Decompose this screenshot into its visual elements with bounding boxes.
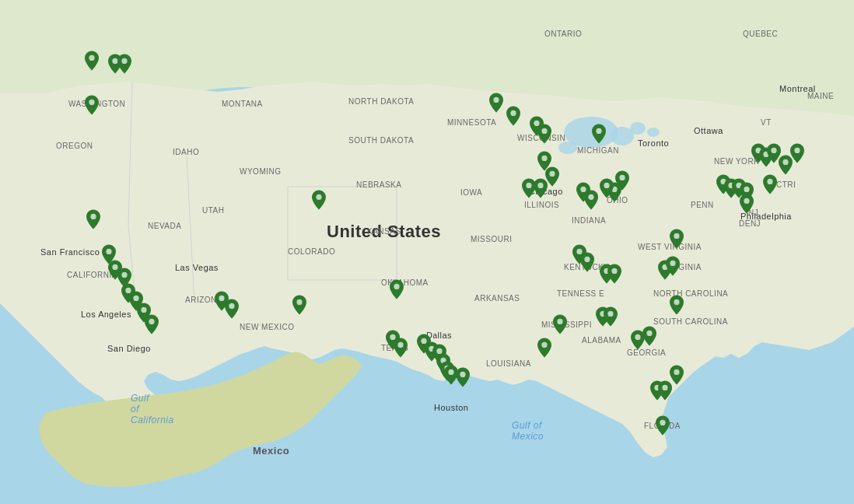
- svg-point-70: [394, 284, 399, 289]
- svg-point-29: [493, 97, 499, 103]
- map-pin-pin-ma1[interactable]: [790, 143, 804, 163]
- svg-point-79: [782, 159, 788, 165]
- svg-point-58: [660, 420, 665, 425]
- map-pin-pin-mn1[interactable]: [489, 93, 503, 113]
- map-pin-pin-mn2[interactable]: [506, 106, 520, 126]
- svg-point-48: [670, 261, 675, 266]
- svg-point-68: [448, 369, 453, 375]
- svg-point-50: [674, 299, 679, 305]
- svg-point-49: [674, 233, 679, 239]
- map-pin-pin-la1[interactable]: [537, 338, 551, 358]
- svg-point-40: [619, 175, 625, 180]
- svg-point-23: [141, 307, 146, 313]
- svg-point-77: [771, 148, 776, 153]
- svg-point-69: [460, 372, 465, 377]
- svg-point-13: [89, 55, 94, 61]
- map-pin-pin-nc2[interactable]: [666, 256, 680, 276]
- map-pin-pin-fl4[interactable]: [670, 365, 684, 385]
- svg-point-26: [229, 303, 234, 309]
- svg-point-34: [541, 156, 547, 161]
- map-pin-pin-oh3[interactable]: [600, 178, 614, 198]
- svg-point-32: [541, 128, 547, 134]
- map-pin-pin-az2[interactable]: [225, 299, 239, 319]
- map-svg: [0, 0, 854, 504]
- map-pin-pin-tn2[interactable]: [607, 264, 621, 284]
- svg-point-39: [588, 194, 593, 200]
- map-pin-pin-co1[interactable]: [312, 190, 326, 210]
- map-pin-pin-tx9[interactable]: [456, 367, 470, 387]
- svg-point-30: [510, 110, 516, 116]
- map-pin-pin-md1[interactable]: [740, 194, 754, 214]
- svg-point-60: [541, 342, 547, 348]
- svg-point-42: [604, 183, 609, 188]
- svg-point-5: [647, 128, 660, 137]
- svg-point-36: [537, 183, 543, 188]
- svg-point-74: [744, 187, 749, 192]
- map-pin-pin-wa3[interactable]: [117, 54, 131, 74]
- svg-point-52: [646, 331, 652, 336]
- svg-point-80: [794, 148, 800, 153]
- svg-point-25: [219, 296, 224, 301]
- svg-point-28: [296, 299, 302, 305]
- map-container: United States COLORADO WASHINGTON OREGON…: [0, 0, 854, 504]
- map-pin-pin-tx2[interactable]: [394, 338, 408, 358]
- svg-point-51: [635, 334, 640, 340]
- svg-point-4: [630, 122, 646, 135]
- map-pin-pin-mi1[interactable]: [592, 124, 606, 144]
- svg-point-46: [611, 268, 617, 274]
- map-pin-pin-al2[interactable]: [604, 306, 618, 327]
- map-pin-pin-nj1[interactable]: [763, 174, 777, 194]
- svg-point-17: [90, 214, 96, 219]
- map-pin-pin-wi2[interactable]: [537, 124, 551, 144]
- map-pin-pin-ms1[interactable]: [553, 314, 567, 334]
- svg-point-20: [121, 272, 127, 278]
- svg-point-27: [316, 194, 321, 200]
- svg-point-16: [89, 100, 94, 105]
- map-pin-pin-va1[interactable]: [670, 229, 684, 249]
- svg-point-18: [106, 249, 111, 254]
- map-pin-pin-ok1[interactable]: [390, 279, 404, 299]
- svg-point-3: [558, 142, 577, 154]
- map-pin-pin-ga2[interactable]: [642, 326, 656, 346]
- map-pin-pin-ca8[interactable]: [145, 314, 159, 334]
- svg-point-44: [584, 257, 590, 262]
- svg-point-59: [674, 369, 679, 375]
- map-pin-pin-ky2[interactable]: [580, 252, 594, 272]
- map-pin-pin-fl3[interactable]: [656, 415, 670, 436]
- map-pin-pin-sc1[interactable]: [670, 295, 684, 315]
- map-pin-pin-ca1[interactable]: [86, 209, 100, 229]
- map-pin-pin-wa4[interactable]: [85, 95, 99, 115]
- svg-point-81: [744, 198, 749, 204]
- svg-point-35: [549, 171, 555, 177]
- svg-point-54: [607, 311, 613, 317]
- svg-point-62: [397, 342, 403, 348]
- svg-point-78: [767, 179, 772, 184]
- map-pin-pin-in2[interactable]: [584, 190, 598, 210]
- svg-point-24: [149, 319, 154, 324]
- svg-point-55: [557, 319, 562, 324]
- map-pin-pin-il4[interactable]: [522, 178, 536, 198]
- map-pin-pin-wa1[interactable]: [85, 51, 99, 71]
- svg-point-22: [133, 296, 138, 301]
- svg-point-15: [121, 58, 127, 64]
- svg-point-37: [526, 183, 531, 188]
- svg-point-57: [662, 385, 667, 390]
- svg-point-33: [596, 128, 601, 134]
- map-pin-pin-nm1[interactable]: [292, 295, 306, 315]
